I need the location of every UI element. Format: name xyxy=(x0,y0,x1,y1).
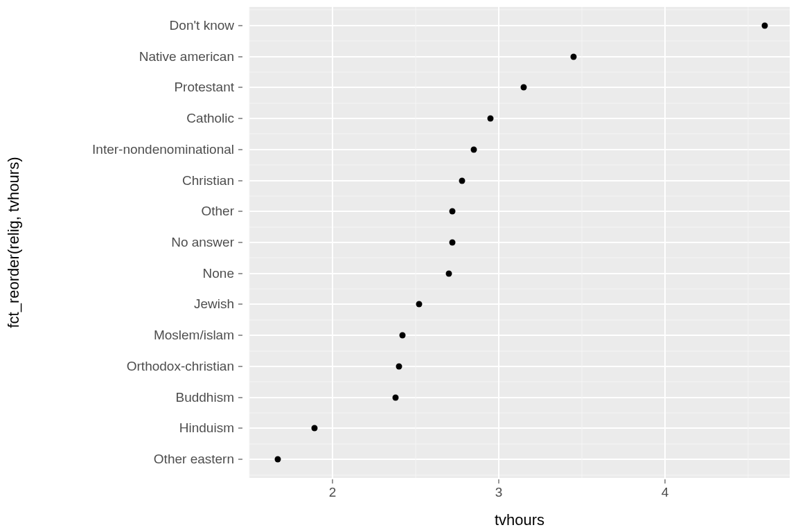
y-tick-mark xyxy=(238,335,242,336)
y-tick-mark xyxy=(238,87,242,88)
grid-h-major xyxy=(249,427,790,429)
y-tick-mark xyxy=(238,149,242,150)
y-tick-label: Protestant xyxy=(174,80,234,95)
grid-h-minor xyxy=(249,134,790,134)
y-tick-mark xyxy=(238,273,242,274)
data-point xyxy=(416,301,422,308)
data-point xyxy=(459,177,466,184)
data-point xyxy=(571,53,577,60)
grid-h-minor xyxy=(249,382,790,382)
grid-h-minor xyxy=(249,413,790,414)
grid-v-minor xyxy=(249,7,250,478)
grid-h-minor xyxy=(249,195,790,196)
grid-h-minor xyxy=(249,258,790,258)
grid-v-minor xyxy=(416,7,416,478)
data-point xyxy=(399,332,405,339)
y-tick-mark xyxy=(238,242,242,243)
y-tick-label: Native american xyxy=(139,49,234,64)
grid-h-minor xyxy=(249,475,790,475)
grid-h-minor xyxy=(249,289,790,290)
x-axis-title-text: tvhours xyxy=(495,511,544,529)
grid-h-major xyxy=(249,25,790,26)
grid-h-minor xyxy=(249,103,790,103)
y-tick-label: Other eastern xyxy=(154,452,234,467)
y-tick-label: Hinduism xyxy=(179,420,234,436)
y-tick-mark xyxy=(238,180,242,181)
y-tick-mark xyxy=(238,304,242,305)
grid-h-minor xyxy=(249,443,790,444)
grid-h-minor xyxy=(249,165,790,166)
y-tick-mark xyxy=(238,211,242,212)
y-tick-label: Moslem/islam xyxy=(154,328,234,343)
data-point xyxy=(471,146,477,152)
grid-h-minor xyxy=(249,41,790,42)
x-tick-label: 4 xyxy=(662,485,669,500)
grid-h-major xyxy=(249,118,790,119)
grid-v-minor xyxy=(748,7,749,478)
y-axis-title: fct_reorder(relig, tvhours) xyxy=(0,0,28,485)
x-tick-mark xyxy=(499,479,499,484)
grid-h-major xyxy=(249,211,790,212)
y-tick-mark xyxy=(238,25,242,26)
y-axis-title-text: fct_reorder(relig, tvhours) xyxy=(5,157,23,328)
y-tick-labels: Don't knowNative americanProtestantCatho… xyxy=(28,7,242,478)
data-point xyxy=(396,363,402,369)
data-point xyxy=(449,209,455,215)
grid-h-major xyxy=(249,242,790,243)
x-axis-title: tvhours xyxy=(249,511,790,529)
grid-h-major xyxy=(249,397,790,398)
data-point xyxy=(521,85,527,91)
grid-v-major xyxy=(498,7,499,478)
x-tick-label: 3 xyxy=(495,485,503,500)
y-tick-label: Inter-nondenominational xyxy=(92,142,234,157)
plot-panel xyxy=(249,7,790,478)
data-point xyxy=(311,425,317,432)
x-tick-label: 2 xyxy=(329,485,337,500)
grid-v-major xyxy=(332,7,333,478)
grid-h-major xyxy=(249,459,790,460)
y-tick-label: Catholic xyxy=(186,111,234,126)
y-tick-mark xyxy=(238,56,242,57)
data-point xyxy=(446,270,452,276)
y-tick-label: Jewish xyxy=(194,296,234,312)
grid-h-major xyxy=(249,303,790,305)
data-point xyxy=(393,394,399,400)
y-tick-label: No answer xyxy=(171,235,234,250)
x-tick-labels: 234 xyxy=(249,479,790,500)
grid-h-minor xyxy=(249,351,790,351)
y-tick-mark xyxy=(238,397,242,398)
grid-h-minor xyxy=(249,319,790,320)
y-tick-label: Other xyxy=(201,204,234,219)
y-tick-label: Don't know xyxy=(170,18,234,33)
data-point xyxy=(762,22,768,28)
grid-h-major xyxy=(249,87,790,88)
data-point xyxy=(449,240,455,246)
grid-h-major xyxy=(249,335,790,336)
y-tick-mark xyxy=(238,118,242,119)
grid-h-major xyxy=(249,180,790,181)
data-point xyxy=(274,456,281,463)
grid-h-major xyxy=(249,56,790,57)
grid-h-minor xyxy=(249,227,790,227)
y-tick-mark xyxy=(238,366,242,366)
data-point xyxy=(488,116,494,122)
y-tick-label: None xyxy=(203,266,234,281)
x-tick-mark xyxy=(665,479,666,484)
grid-v-major xyxy=(664,7,666,478)
grid-h-major xyxy=(249,149,790,150)
y-tick-mark xyxy=(238,428,242,429)
grid-h-minor xyxy=(249,10,790,10)
x-tick-mark xyxy=(332,479,333,484)
y-tick-label: Buddhism xyxy=(176,390,235,405)
y-tick-mark xyxy=(238,459,242,460)
y-tick-label: Orthodox-christian xyxy=(127,359,234,374)
chart-container: fct_reorder(relig, tvhours) Don't knowNa… xyxy=(0,0,798,532)
grid-h-minor xyxy=(249,71,790,72)
y-tick-label: Christian xyxy=(182,173,234,188)
grid-v-minor xyxy=(582,7,583,478)
grid-h-major xyxy=(249,366,790,367)
grid-h-major xyxy=(249,273,790,274)
